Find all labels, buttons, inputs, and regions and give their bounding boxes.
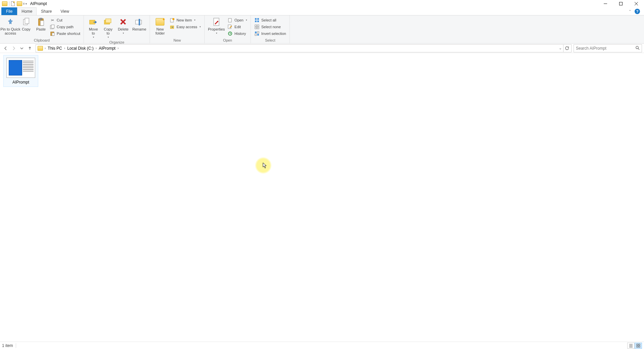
file-thumbnail — [6, 58, 35, 78]
breadcrumb-item[interactable]: This PC — [46, 46, 63, 51]
select-none-icon — [254, 24, 260, 30]
svg-rect-47 — [639, 344, 640, 345]
invert-selection-button[interactable]: Invert selection — [254, 31, 287, 37]
close-button[interactable] — [629, 0, 644, 7]
copy-to-button[interactable]: Copy to ▾ — [101, 16, 115, 39]
chevron-right-icon[interactable]: › — [44, 46, 46, 50]
paste-shortcut-button[interactable]: Paste shortcut — [49, 31, 81, 37]
collapse-ribbon-icon[interactable]: ⌃ — [629, 9, 631, 13]
window-title: AIPrompt — [30, 1, 47, 6]
group-label: Open — [205, 38, 251, 43]
file-item[interactable]: AIPrompt — [3, 55, 38, 87]
folder-icon[interactable] — [17, 1, 22, 6]
paste-button[interactable]: Paste — [34, 16, 48, 32]
new-item-button[interactable]: New item ▾ — [169, 17, 202, 23]
breadcrumb-item[interactable]: AIPrompt — [97, 46, 117, 51]
new-folder-button[interactable]: New folder — [152, 16, 168, 36]
pin-to-quick-access-button[interactable]: Pin to Quick access — [2, 16, 19, 36]
chevron-down-icon: ▾ — [194, 19, 196, 21]
file-name: AIPrompt — [12, 80, 29, 85]
delete-button[interactable]: Delete ▾ — [115, 16, 131, 35]
svg-point-21 — [172, 18, 174, 20]
copy-path-button[interactable]: Copy path — [49, 24, 81, 30]
chevron-right-icon[interactable]: › — [63, 46, 66, 50]
search-input[interactable] — [576, 46, 635, 51]
svg-rect-30 — [255, 20, 257, 22]
recent-locations-button[interactable] — [18, 45, 25, 52]
svg-rect-25 — [228, 18, 231, 22]
address-bar[interactable]: › This PC › Local Disk (C:) › AIPrompt ›… — [36, 44, 572, 52]
history-button[interactable]: History — [227, 31, 248, 37]
status-bar: 1 item — [0, 342, 644, 349]
breadcrumb-item[interactable]: Local Disk (C:) — [66, 46, 95, 51]
button-label: History — [234, 32, 246, 36]
group-open: Properties ▾ Open ▾ Edit — [205, 15, 251, 43]
overflow-icon[interactable]: = — [23, 2, 25, 6]
cut-button[interactable]: ✂ Cut — [49, 17, 81, 23]
svg-rect-15 — [106, 19, 111, 23]
chevron-down-icon: ▾ — [93, 36, 94, 39]
maximize-button[interactable] — [613, 0, 629, 7]
back-button[interactable] — [2, 45, 9, 52]
quick-access-toolbar: = ▾ — [0, 1, 29, 6]
select-none-button[interactable]: Select none — [254, 24, 287, 30]
minimize-button[interactable] — [598, 0, 613, 7]
search-box[interactable] — [574, 44, 642, 52]
copy-path-icon — [50, 24, 55, 30]
tab-view[interactable]: View — [56, 7, 73, 15]
button-label: Edit — [234, 25, 241, 29]
pin-icon — [6, 17, 15, 27]
tab-share[interactable]: Share — [37, 7, 56, 15]
svg-rect-12 — [52, 33, 54, 36]
easy-access-button[interactable]: Easy access ▾ — [169, 24, 202, 30]
paste-icon — [36, 17, 46, 27]
move-to-button[interactable]: Move to ▾ — [86, 16, 101, 39]
ribbon-tabs: File Home Share View ⌃ ? — [0, 7, 644, 15]
button-label: Paste shortcut — [57, 32, 80, 36]
select-all-button[interactable]: Select all — [254, 17, 287, 23]
tab-home[interactable]: Home — [17, 7, 37, 15]
svg-rect-29 — [257, 18, 259, 20]
search-icon[interactable] — [635, 46, 640, 51]
chevron-down-icon: ▾ — [200, 26, 201, 28]
button-label: Rename — [132, 27, 147, 31]
svg-rect-1 — [620, 2, 623, 5]
properties-button[interactable]: Properties ▾ — [207, 16, 226, 35]
button-label: New folder — [156, 27, 165, 35]
svg-rect-33 — [257, 25, 259, 27]
open-button[interactable]: Open ▾ — [227, 17, 248, 23]
thumbnails-view-button[interactable] — [635, 343, 642, 349]
cursor-icon — [263, 162, 267, 169]
button-label: Move to — [89, 27, 98, 35]
refresh-button[interactable] — [563, 45, 571, 52]
rename-icon — [135, 17, 144, 27]
svg-rect-19 — [139, 19, 140, 25]
rename-button[interactable]: Rename — [131, 16, 148, 32]
chevron-down-icon: ▾ — [108, 36, 109, 39]
separator — [16, 343, 16, 348]
address-dropdown-icon[interactable]: ⌄ — [559, 46, 562, 50]
button-label: Copy to — [104, 27, 112, 35]
edit-button[interactable]: Edit — [227, 24, 248, 30]
chevron-right-icon[interactable]: › — [117, 46, 119, 50]
tab-file[interactable]: File — [1, 7, 17, 15]
group-select: Select all Select none Invert selection … — [251, 15, 290, 43]
copy-button[interactable]: Copy — [19, 16, 34, 32]
new-item-icon — [169, 17, 175, 23]
help-icon[interactable]: ? — [635, 9, 640, 14]
button-label: Copy — [22, 27, 31, 31]
open-icon — [227, 17, 233, 23]
details-view-button[interactable] — [627, 343, 635, 349]
up-button[interactable] — [26, 45, 34, 52]
svg-point-40 — [636, 46, 638, 48]
forward-button[interactable] — [10, 45, 17, 52]
content-area[interactable]: AIPrompt — [0, 53, 644, 342]
properties-icon — [212, 17, 221, 27]
document-icon[interactable] — [11, 1, 15, 6]
chevron-right-icon[interactable]: › — [95, 46, 97, 50]
chevron-down-icon: ▾ — [246, 19, 247, 21]
move-to-icon — [89, 17, 98, 27]
qat-dropdown-icon[interactable]: ▾ — [25, 2, 27, 5]
button-label: Select none — [261, 25, 281, 29]
svg-rect-38 — [255, 34, 257, 36]
